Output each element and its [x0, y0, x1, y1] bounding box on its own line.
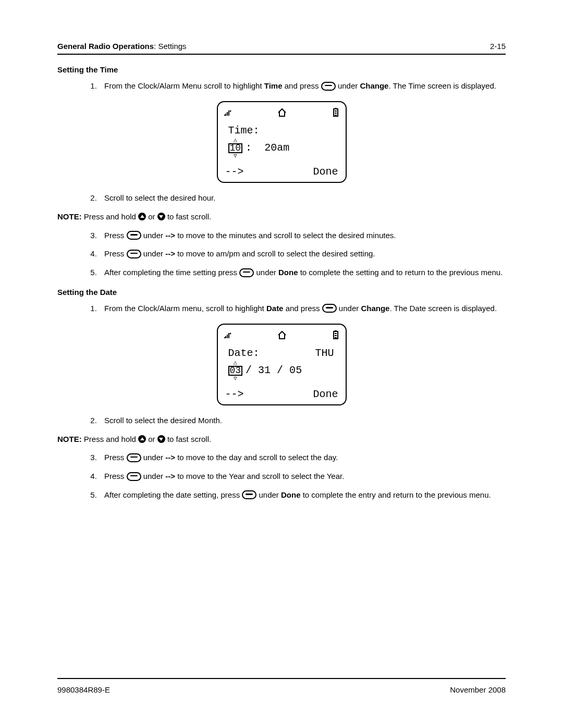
date-screen: Date: THU △ 03 ▽ / 31 / 05 --> Done [217, 324, 347, 405]
home-icon [277, 107, 287, 119]
footer-row: 9980384R89-E November 2008 [57, 685, 506, 694]
screen-softkeys: --> Done [223, 163, 340, 178]
time-step-3: Press under --> to move to the minutes a… [99, 230, 506, 241]
svg-rect-10 [335, 335, 337, 336]
down-arrow-icon: ▽ [234, 376, 237, 381]
up-button-icon [138, 435, 146, 443]
date-step-1: From the Clock/Alarm menu, scroll to hig… [99, 303, 506, 314]
date-step-3: Press under --> to move to the day and s… [99, 452, 506, 463]
softkey-button-icon [321, 82, 336, 91]
svg-rect-9 [335, 333, 337, 334]
footer-rule [57, 678, 506, 679]
battery-icon [332, 330, 339, 341]
left-softkey: --> [225, 166, 244, 178]
softkey-button-icon [127, 250, 141, 258]
time-colon: : [246, 142, 252, 154]
softkey-button-icon [127, 472, 141, 481]
date-label: Date: [228, 348, 260, 359]
screen-body: Time: △ 10 ▽ : 20am [223, 123, 340, 163]
svg-point-0 [229, 110, 231, 112]
screen-topbar [223, 107, 340, 123]
time-steps-2: Scroll to select the desired hour. [99, 192, 506, 204]
screen-softkeys: --> Done [223, 386, 340, 400]
date-screen-wrap: Date: THU △ 03 ▽ / 31 / 05 --> Done [57, 324, 506, 405]
running-header: General Radio Operations: Settings 2-15 [57, 42, 506, 51]
header-left-rest: : Settings [154, 42, 187, 51]
page: General Radio Operations: Settings 2-15 … [0, 0, 563, 728]
time-label: Time: [228, 125, 337, 137]
signal-icon [224, 107, 232, 119]
time-value-row: △ 10 ▽ : 20am [228, 138, 337, 159]
battery-icon [332, 107, 339, 119]
signal-icon [224, 330, 232, 341]
footer-doc-id: 9980384R89-E [57, 685, 110, 694]
month-selector: △ 03 ▽ [228, 360, 243, 381]
date-steps-2: Scroll to select the desired Month. [99, 415, 506, 426]
date-step-4: Press under --> to move to the Year and … [99, 471, 506, 482]
time-steps: From the Clock/Alarm Menu scroll to high… [99, 80, 506, 92]
home-icon [277, 330, 287, 341]
svg-rect-3 [335, 110, 337, 112]
right-softkey: Done [313, 166, 338, 178]
down-button-icon [157, 213, 165, 220]
heading-setting-date: Setting the Date [57, 288, 506, 297]
header-rule [57, 54, 506, 55]
softkey-button-icon [242, 490, 256, 499]
softkey-button-icon [127, 453, 141, 462]
header-page-number: 2-15 [490, 42, 506, 51]
date-rest: / 31 / 05 [246, 365, 302, 376]
right-softkey: Done [313, 389, 338, 400]
heading-setting-time: Setting the Time [57, 65, 506, 74]
date-steps-3: Press under --> to move to the day and s… [99, 452, 506, 500]
time-step-4: Press under --> to move to am/pm and scr… [99, 248, 506, 260]
time-steps-3: Press under --> to move to the minutes a… [99, 230, 506, 278]
header-left: General Radio Operations: Settings [57, 42, 187, 51]
svg-rect-11 [335, 337, 337, 338]
date-day: THU [315, 348, 334, 359]
time-screen-wrap: Time: △ 10 ▽ : 20am --> Done [57, 101, 506, 183]
time-step-2: Scroll to select the desired hour. [99, 192, 506, 204]
left-softkey: --> [225, 389, 244, 400]
svg-point-6 [229, 332, 231, 334]
hour-selector: △ 10 ▽ [228, 138, 243, 159]
svg-rect-8 [335, 330, 337, 331]
date-label-row: Date: THU [228, 348, 337, 359]
svg-rect-5 [335, 115, 337, 116]
hour-value: 10 [228, 143, 243, 153]
up-arrow-icon: △ [234, 360, 237, 366]
softkey-button-icon [322, 304, 337, 313]
header-left-bold: General Radio Operations [57, 42, 154, 51]
softkey-button-icon [127, 231, 141, 240]
footer-date: November 2008 [450, 685, 506, 694]
date-steps: From the Clock/Alarm menu, scroll to hig… [99, 303, 506, 314]
screen-topbar [223, 330, 340, 346]
date-step-2: Scroll to select the desired Month. [99, 415, 506, 426]
time-step-1: From the Clock/Alarm Menu scroll to high… [99, 80, 506, 92]
down-arrow-icon: ▽ [234, 153, 237, 159]
svg-rect-4 [335, 113, 337, 114]
footer: 9980384R89-E November 2008 [57, 678, 506, 694]
time-step-5: After completing the time setting press … [99, 267, 506, 278]
svg-rect-2 [335, 108, 337, 109]
time-note: NOTE: Press and hold or to fast scroll. [57, 211, 506, 223]
month-value: 03 [228, 366, 243, 376]
softkey-button-icon [239, 268, 254, 277]
time-rest: 20am [264, 142, 289, 154]
screen-body: Date: THU △ 03 ▽ / 31 / 05 [223, 346, 340, 386]
up-button-icon [138, 213, 146, 220]
down-button-icon [157, 435, 165, 443]
date-step-5: After completing the date setting, press… [99, 489, 506, 501]
time-screen: Time: △ 10 ▽ : 20am --> Done [217, 101, 347, 183]
date-value-row: △ 03 ▽ / 31 / 05 [228, 360, 337, 381]
date-note: NOTE: Press and hold or to fast scroll. [57, 434, 506, 445]
